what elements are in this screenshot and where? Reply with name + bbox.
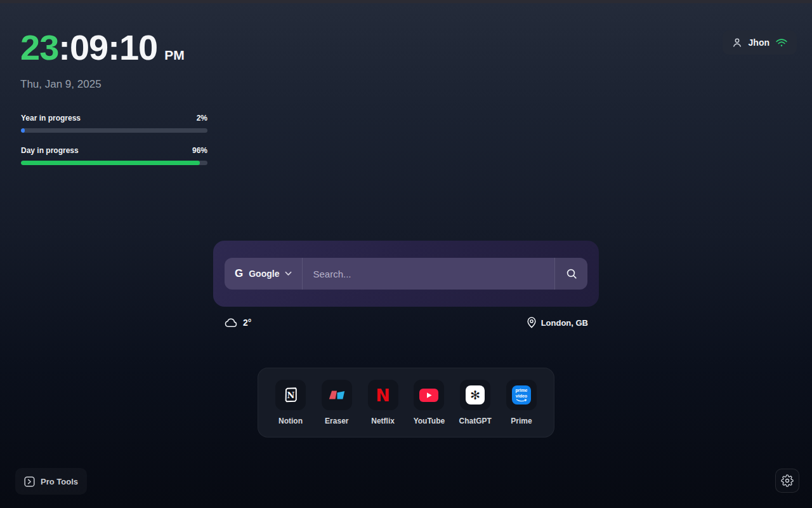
weather-temperature: 2°	[243, 318, 251, 328]
search-bar: G Google	[225, 258, 587, 290]
new-tab-dashboard: 23 : 09 : 10 PM Thu, Jan 9, 2025 Year in…	[0, 0, 812, 508]
shortcut-label: Netflix	[371, 417, 395, 425]
youtube-icon	[414, 380, 444, 410]
clock-hours: 23	[20, 27, 58, 68]
day-progress-fill	[21, 161, 200, 165]
search-input[interactable]	[303, 258, 554, 290]
wifi-icon	[775, 37, 788, 48]
shortcut-chatgpt[interactable]: ✻ ChatGPT	[460, 380, 490, 425]
year-progress-value: 2%	[197, 114, 207, 123]
shortcut-youtube[interactable]: YouTube	[414, 380, 444, 425]
panel-chevron-icon	[24, 476, 35, 487]
shortcut-label: Eraser	[325, 417, 348, 425]
settings-button[interactable]	[775, 469, 799, 493]
weather-location-name: London, GB	[541, 318, 588, 328]
netflix-icon: N	[368, 380, 398, 410]
location-pin-icon	[527, 317, 536, 328]
prime-video-icon: prime video	[506, 380, 537, 410]
pro-tools-label: Pro Tools	[41, 477, 78, 486]
search-submit-button[interactable]	[554, 258, 587, 290]
shortcut-notion[interactable]: N Notion	[275, 380, 306, 425]
shortcut-label: Prime	[511, 417, 532, 425]
clock-seconds: 10	[119, 27, 157, 68]
weather-summary[interactable]: 2°	[224, 318, 251, 328]
user-name: Jhon	[749, 37, 769, 48]
shortcut-eraser[interactable]: Eraser	[322, 380, 352, 425]
search-icon	[565, 267, 578, 280]
google-icon: G	[235, 267, 243, 280]
search-provider-name: Google	[249, 269, 279, 279]
shortcut-label: Notion	[278, 417, 303, 425]
pro-tools-button[interactable]: Pro Tools	[15, 468, 87, 495]
weather-location[interactable]: London, GB	[527, 317, 588, 328]
clock-widget: 23 : 09 : 10 PM Thu, Jan 9, 2025	[20, 27, 185, 91]
shortcut-netflix[interactable]: N Netflix	[368, 380, 398, 425]
notion-icon: N	[275, 380, 306, 410]
svg-text:N: N	[287, 391, 294, 400]
day-progress-label: Day in progress	[21, 146, 79, 155]
progress-widget: Year in progress 2% Day in progress 96%	[21, 114, 207, 178]
clock-meridiem: PM	[164, 48, 185, 63]
weather-row: 2° London, GB	[213, 314, 599, 331]
shortcut-prime[interactable]: prime video Prime	[506, 380, 537, 425]
day-progress: Day in progress 96%	[21, 146, 207, 165]
year-progress: Year in progress 2%	[21, 114, 207, 133]
top-strip	[0, 0, 812, 3]
year-progress-label: Year in progress	[21, 114, 81, 123]
gear-icon	[781, 474, 794, 487]
clock-minutes: 09	[70, 27, 108, 68]
cloud-icon	[224, 318, 238, 328]
user-badge[interactable]: Jhon	[723, 30, 797, 55]
year-progress-fill	[21, 128, 25, 133]
day-progress-track	[21, 161, 207, 165]
search-card: G Google	[213, 241, 599, 307]
shortcuts-card: N Notion Eraser N Netflix	[258, 368, 554, 438]
search-provider-dropdown[interactable]: G Google	[225, 258, 303, 290]
clock-separator: :	[58, 27, 70, 68]
chatgpt-icon: ✻	[460, 380, 490, 410]
user-icon	[731, 37, 743, 48]
shortcut-label: ChatGPT	[459, 417, 492, 425]
clock-time: 23 : 09 : 10 PM	[20, 27, 185, 68]
year-progress-track	[21, 128, 207, 133]
day-progress-value: 96%	[192, 146, 207, 155]
clock-date: Thu, Jan 9, 2025	[20, 78, 185, 91]
eraser-icon	[322, 380, 352, 410]
clock-separator: :	[108, 27, 119, 68]
chevron-down-icon	[285, 271, 292, 276]
shortcut-label: YouTube	[414, 417, 445, 425]
